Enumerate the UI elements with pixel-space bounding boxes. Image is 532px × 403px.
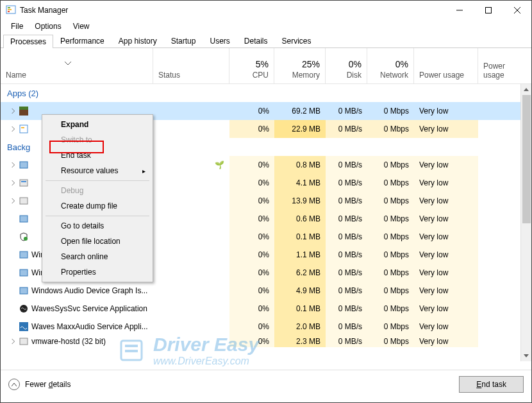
col-disk[interactable]: 0%Disk (326, 48, 367, 83)
ctx-search-online[interactable]: Search online (44, 249, 151, 264)
service-icon (19, 160, 29, 170)
col-power-usage-trend[interactable]: Power usage (478, 48, 531, 83)
svg-rect-15 (20, 198, 28, 204)
ctx-create-dump[interactable]: Create dump file (44, 198, 151, 214)
window-controls (445, 1, 531, 20)
col-status[interactable]: Status (153, 48, 229, 83)
svg-rect-12 (20, 162, 28, 168)
tab-app-history[interactable]: App history (112, 34, 164, 47)
svg-rect-11 (21, 127, 24, 128)
tab-performance[interactable]: Performance (53, 34, 112, 47)
minecraft-icon (19, 106, 29, 116)
svg-rect-18 (20, 252, 28, 258)
svg-rect-23 (20, 338, 28, 345)
svg-rect-14 (21, 181, 26, 182)
svg-rect-9 (19, 107, 28, 110)
ctx-go-details[interactable]: Go to details (44, 218, 151, 234)
svg-rect-5 (485, 8, 491, 13)
waves-icon (19, 322, 29, 332)
chevron-right-icon (11, 107, 16, 116)
chevron-right-icon (11, 124, 16, 133)
footer: Fewer details End task (1, 370, 531, 399)
tab-details[interactable]: Details (237, 34, 275, 47)
tab-users[interactable]: Users (203, 34, 237, 47)
table-row[interactable]: Waves MaxxAudio Service Appli... 0% 2.0 … (1, 318, 531, 336)
process-name: Windows Audio Device Graph Is... (31, 286, 147, 295)
svg-rect-1 (8, 7, 10, 8)
maximize-button[interactable] (474, 1, 503, 20)
service-icon (19, 214, 29, 224)
svg-point-17 (24, 237, 28, 241)
chevron-right-icon (11, 196, 16, 205)
col-network[interactable]: 0%Network (367, 48, 414, 83)
menubar: File Options View (1, 20, 531, 33)
col-power-usage[interactable]: Power usage (414, 48, 478, 83)
chevron-down-icon (65, 58, 71, 67)
chevron-right-icon (11, 337, 16, 346)
service-icon (19, 336, 29, 347)
service-icon (19, 196, 29, 206)
tab-processes[interactable]: Processes (3, 35, 53, 48)
scroll-up-icon[interactable] (521, 84, 531, 95)
ctx-properties[interactable]: Properties (44, 264, 151, 280)
col-name[interactable]: Name (1, 48, 153, 83)
minimize-button[interactable] (445, 1, 474, 20)
svg-rect-3 (8, 11, 10, 12)
svg-rect-16 (20, 216, 28, 222)
window-title: Task Manager (20, 6, 68, 15)
titlebar: Task Manager (1, 1, 531, 20)
process-name: vmware-hostd (32 bit) (31, 337, 106, 346)
close-button[interactable] (503, 1, 531, 20)
table-row[interactable]: WavesSysSvc Service Application 0% 0.1 M… (1, 300, 531, 318)
service-icon (19, 178, 29, 188)
ctx-expand[interactable]: Expand (44, 117, 151, 132)
tabs: Processes Performance App history Startu… (1, 33, 531, 48)
end-task-button[interactable]: End task (459, 376, 524, 393)
separator (46, 216, 149, 216)
ctx-open-location[interactable]: Open file location (44, 234, 151, 249)
table-row[interactable]: vmware-hostd (32 bit) 0% 2.3 MB 0 MB/s 0… (1, 336, 531, 347)
columns-header: Name Status 5%CPU 25%Memory 0%Disk 0%Net… (1, 48, 531, 84)
chevron-right-icon (11, 178, 16, 187)
ctx-switch-to: Switch to (44, 132, 151, 148)
ctx-debug: Debug (44, 183, 151, 198)
chevron-up-icon (8, 379, 20, 390)
ctx-resource-values[interactable]: Resource values▸ (44, 163, 151, 178)
col-cpu[interactable]: 5%CPU (229, 48, 274, 83)
fewer-details-button[interactable]: Fewer details (8, 379, 71, 390)
svg-rect-10 (20, 125, 28, 133)
chevron-right-icon (11, 160, 16, 169)
svg-rect-20 (20, 287, 28, 294)
separator (46, 180, 149, 181)
vertical-scrollbar[interactable] (520, 84, 531, 361)
scrollbar-thumb[interactable] (522, 95, 531, 223)
leaf-icon: 🌱 (215, 160, 224, 169)
main-area: Name Status 5%CPU 25%Memory 0%Disk 0%Net… (1, 48, 531, 370)
menu-view[interactable]: View (68, 21, 95, 31)
shield-icon (19, 232, 29, 242)
apps-group-header[interactable]: Apps (2) (1, 84, 531, 102)
service-icon (19, 268, 29, 278)
menu-options[interactable]: Options (29, 21, 66, 31)
waves-icon (19, 304, 29, 314)
ctx-end-task[interactable]: End task (44, 148, 151, 163)
context-menu: Expand Switch to End task Resource value… (42, 114, 153, 282)
table-row[interactable]: Windows Audio Device Graph Is... 0% 4.9 … (1, 282, 531, 300)
svg-rect-13 (20, 180, 28, 186)
task-manager-icon (19, 124, 29, 134)
tab-services[interactable]: Services (275, 34, 319, 47)
process-name: Waves MaxxAudio Service Appli... (31, 322, 148, 331)
service-icon (19, 286, 29, 296)
process-name: WavesSysSvc Service Application (31, 304, 147, 313)
app-icon (6, 4, 16, 17)
service-icon (19, 250, 29, 260)
svg-rect-19 (20, 270, 28, 276)
menu-file[interactable]: File (6, 21, 28, 31)
col-memory[interactable]: 25%Memory (274, 48, 326, 83)
tab-startup[interactable]: Startup (164, 34, 203, 47)
svg-rect-2 (8, 9, 12, 10)
scroll-down-icon[interactable] (521, 350, 531, 361)
svg-rect-22 (19, 322, 28, 331)
chevron-right-icon: ▸ (142, 167, 145, 175)
